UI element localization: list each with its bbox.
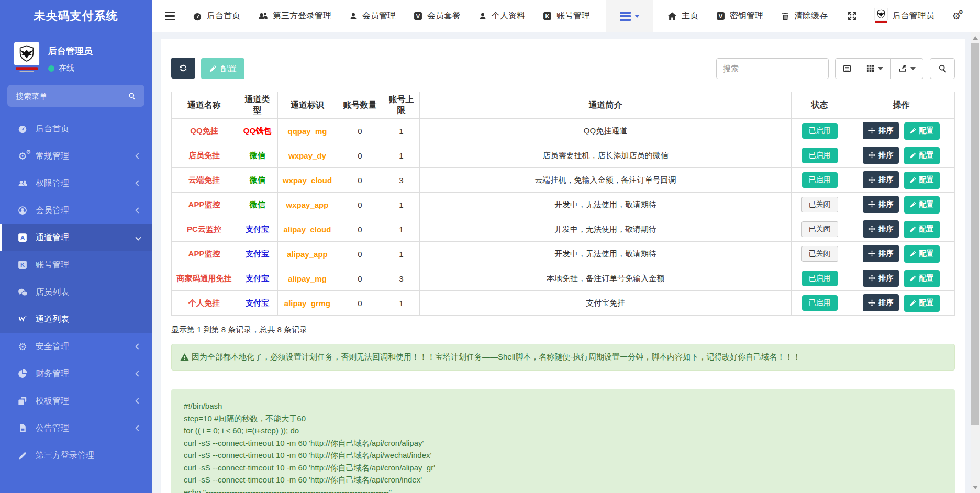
refresh-button[interactable] [171,58,195,79]
topnav-item-members[interactable]: 会员管理 [340,0,405,32]
a-square-icon: A [17,233,28,242]
config-row-button[interactable]: 配置 [904,245,940,263]
account-limit: 1 [383,291,420,316]
topnav-item-label: 会员套餐 [427,10,461,21]
code-line: curl -sS --connect-timeout 10 -m 60 'htt… [184,437,942,450]
sidebar-item-channel-list[interactable]: 通道列表 [0,306,152,333]
content-area: 配置 [152,32,971,493]
sort-button[interactable]: 排序 [863,147,899,164]
sort-button[interactable]: 排序 [863,245,899,262]
move-icon [868,201,875,208]
topnav-item-label: 密钥管理 [730,10,763,21]
config-row-button[interactable]: 配置 [904,221,940,238]
sort-button[interactable]: 排序 [863,270,899,287]
columns-button[interactable] [859,58,891,79]
warning-icon [180,353,189,362]
grid-icon [866,64,874,72]
search-icon [938,64,947,73]
sidebar-item-members[interactable]: 会员管理 [0,197,152,224]
topnav-item-accounts[interactable]: K 账号管理 [534,0,599,32]
topnav-item-dashboard[interactable]: 后台首页 [184,0,249,32]
sidebar-item-permissions[interactable]: 权限管理 [0,170,152,197]
scrollbar-up-arrow[interactable] [973,36,978,40]
channel-desc: 开发中，无法使用，敬请期待 [420,217,792,242]
channel-desc: 开发中，无法使用，敬请期待 [420,193,792,217]
gears-icon: ⚙⚙ [17,151,28,161]
sort-button[interactable]: 排序 [863,294,899,311]
svg-text:A: A [20,234,25,241]
config-row-button[interactable]: 配置 [904,172,940,189]
sort-button[interactable]: 排序 [863,171,899,188]
channel-type: 支付宝 [237,242,278,266]
config-button[interactable]: 配置 [201,58,244,79]
config-row-button[interactable]: 配置 [904,270,940,287]
sidebar-item-label: 第三方登录管理 [36,450,94,461]
config-row-button[interactable]: 配置 [904,147,940,164]
sidebar-item-finance[interactable]: 财务管理 [0,360,152,387]
table-search-input[interactable] [716,58,829,79]
account-limit: 1 [383,217,420,242]
sidebar-item-general[interactable]: ⚙⚙ 常规管理 [0,142,152,170]
channel-ident: qqpay_mg [278,119,337,143]
pencil-icon [910,251,916,257]
main-area: 后台首页 第三方登录管理 会员管理 [152,0,980,493]
sidebar-toggle-button[interactable] [156,0,184,32]
fullscreen-button[interactable] [839,0,865,32]
search-button[interactable] [930,58,955,79]
sidebar-item-templates[interactable]: 模板管理 [0,387,152,414]
sidebar-item-dashboard[interactable]: 后台首页 [0,115,152,142]
col-header-account-count: 账号数量 [337,92,383,119]
nav-list-dropdown-button[interactable] [606,0,653,32]
chevron-left-icon [135,207,141,213]
move-icon [868,226,875,232]
sort-button[interactable]: 排序 [863,220,899,238]
sidebar-item-channels[interactable]: A 通道管理 [0,224,152,251]
channel-type: 微信 [237,143,278,168]
hamburger-icon [165,12,175,20]
toggle-pagination-button[interactable] [835,58,859,79]
settings-button[interactable]: ⚙⚙ [943,0,970,32]
sidebar-item-label: 通道管理 [36,232,69,243]
topnav-item-profile[interactable]: 个人资料 [470,0,534,32]
table-row: PC云监控 支付宝 alipay_cloud 0 1 开发中，无法使用，敬请期待… [172,217,955,242]
topnav-item-member-packages[interactable]: V 会员套餐 [405,0,470,32]
config-row-button[interactable]: 配置 [904,122,940,140]
scrollbar-thumb[interactable] [971,43,979,425]
channel-type: 支付宝 [237,266,278,291]
export-button[interactable] [890,58,923,79]
col-header-channel-desc: 通道简介 [420,92,792,119]
chevron-left-icon [135,398,141,404]
sidebar-item-label: 安全管理 [36,341,69,352]
sidebar-item-clerk-list[interactable]: 店员列表 [0,278,152,306]
topnav-item-home[interactable]: 主页 [659,0,707,32]
sort-button[interactable]: 排序 [863,122,899,139]
topnav-item-thirdparty-login[interactable]: 第三方登录管理 [249,0,340,32]
account-limit: 1 [383,143,420,168]
sidebar-item-accounts[interactable]: K 账号管理 [0,251,152,278]
search-icon[interactable] [128,92,136,100]
account-limit: 3 [383,168,420,193]
vertical-scrollbar[interactable] [971,32,980,493]
account-count: 0 [337,193,383,217]
col-header-status: 状态 [792,92,848,119]
channel-icon [17,315,28,324]
account-limit: 1 [383,193,420,217]
sidebar-item-security[interactable]: ⚙ 安全管理 [0,333,152,360]
topnav-item-label: 第三方登录管理 [273,10,331,21]
move-icon [868,250,875,257]
table-row: 商家码通用免挂 支付宝 alipay_mg 0 3 本地免挂，备注订单号免输入金… [172,266,955,291]
topnav-item-keys[interactable]: V 密钥管理 [707,0,772,32]
topnav-item-clear-cache[interactable]: 清除缓存 [772,0,837,32]
topnav-admin[interactable]: 后台管理员 [865,0,943,32]
sidebar-search-input[interactable] [16,92,128,100]
config-row-button[interactable]: 配置 [904,196,940,214]
sidebar-item-announcements[interactable]: 公告管理 [0,414,152,442]
topbar: 后台首页 第三方登录管理 会员管理 [152,0,980,32]
refresh-icon [179,64,187,72]
record-summary: 显示第 1 到第 8 条记录，总共 8 条记录 [171,325,955,335]
sidebar-item-thirdparty-login[interactable]: 第三方登录管理 [0,442,152,469]
pencil-icon [910,128,916,134]
config-row-button[interactable]: 配置 [904,295,940,312]
scrollbar-down-arrow[interactable] [973,486,978,489]
sort-button[interactable]: 排序 [863,196,899,213]
